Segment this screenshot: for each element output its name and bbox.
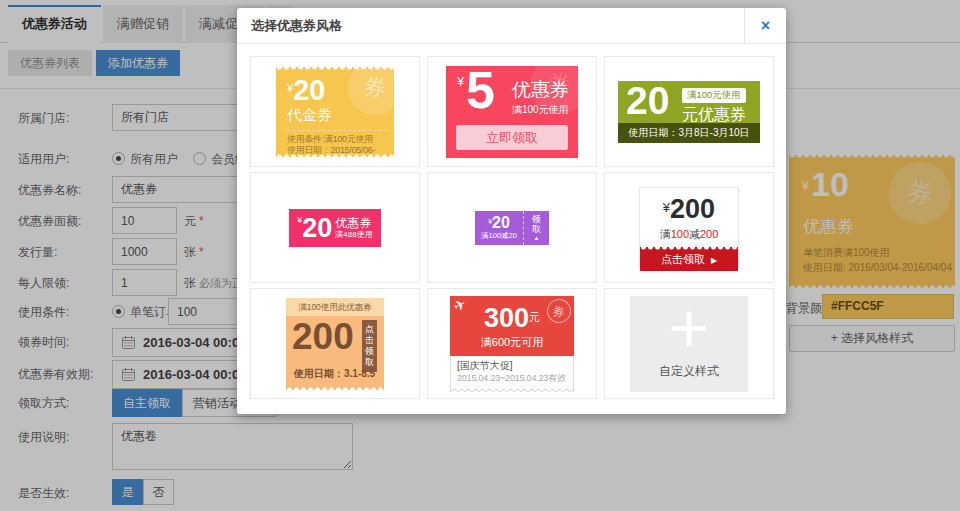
scallop-edge [640,247,738,251]
coupon-date: 使用日期：3月8日-3月10日 [618,123,760,143]
coupon-style-peach[interactable]: 满100使用此优惠券 200 点击领取 使用日期：3.1-8.5 [250,288,420,399]
triangle-right-icon: ▶ [711,256,717,265]
coupon-condition: 使用条件:满100元使用 [287,134,387,145]
coupon-amount: 20 [492,214,510,231]
coupon-date: 2015.04.23~2015.04.23有效 [457,372,567,384]
coupon-graphic: ✈ 券 300元 满600元可用 [国庆节大促] 2015.04.23~2015… [450,296,574,392]
coupon-condition: 满100元使用 [512,103,569,117]
custom-style-label: 自定义样式 [630,363,748,380]
coupon-date: 使用日期：3.1-8.5 [294,367,375,381]
coupon-tag: [国庆节大促] [457,359,567,372]
coupon-style-rose[interactable]: ¥ 20 优惠券 满488使用 [250,172,420,283]
coupon-graphic: + 自定义样式 [630,296,748,392]
coupon-amount: 20 [626,77,669,125]
coupon-title: 优惠券 [335,217,372,230]
coupon-unit: 元 [529,311,540,323]
currency-symbol: ¥ [457,74,464,89]
coupon-amount: 200 [292,314,354,360]
coupon-style-yellow[interactable]: 券 ¥20 代金券 使用条件:满100元使用 使用日期：2015/05/06-0… [250,56,420,167]
coupon-style-custom[interactable]: + 自定义样式 [604,288,774,399]
coupon-graphic: ¥20 满100减20 领取 ▲ [475,211,549,245]
currency-symbol: ¥ [663,200,670,215]
coupon-graphic: 满100使用此优惠券 200 点击领取 使用日期：3.1-8.5 [286,298,384,390]
coupon-condition-badge: 满100元使用 [682,88,746,103]
coupon-amount: 20 [293,74,325,106]
close-icon[interactable]: × [744,8,786,44]
coupon-style-olive[interactable]: 20 满100元使用 元优惠券 使用日期：3月8日-3月10日 [604,56,774,167]
click-claim-button[interactable]: 点击领取▶ [640,247,738,271]
modal-title: 选择优惠券风格 [251,8,342,44]
claim-button[interactable]: 领取 [531,214,542,234]
coupon-condition: 满600元可用 [450,335,574,350]
coupon-condition: 满100减20 [475,232,523,240]
coupon-amount: 200 [670,194,715,224]
coupon-condition: 满488使用 [335,230,372,239]
claim-button-label: 点击领取 [661,253,705,265]
coupon-graphic: ¥ 20 优惠券 满488使用 [289,209,381,247]
scallop-edge [276,153,394,157]
coupon-style-purple[interactable]: ¥20 满100减20 领取 ▲ [427,172,597,283]
coupon-graphic: 券 ¥ 5 优惠券 满100元使用 立即领取 [446,66,578,158]
coupon-amount: 300 [484,303,529,333]
triangle-up-icon: ▲ [534,235,540,241]
coupon-style-white-red[interactable]: ¥200 满100减200 点击领取▶ [604,172,774,283]
coupon-style-pink[interactable]: 券 ¥ 5 优惠券 满100元使用 立即领取 [427,56,597,167]
coupon-graphic: 20 满100元使用 元优惠券 使用日期：3月8日-3月10日 [618,81,760,143]
modal-header: 选择优惠券风格 × [237,8,786,44]
coupon-style-modal: 选择优惠券风格 × 券 ¥20 代金券 使用条件:满100元使用 使用日期：20… [237,8,786,414]
scallop-edge [451,388,573,392]
coupon-title: 优惠券 [512,77,569,103]
scallop-edge [286,386,384,390]
coupon-amount: 20 [302,209,332,247]
coupon-amount: 5 [466,66,495,120]
coupon-style-grid: 券 ¥20 代金券 使用条件:满100元使用 使用日期：2015/05/06-0… [250,56,774,399]
coupon-condition: 满100减200 [640,227,738,242]
claim-now-button[interactable]: 立即领取 [456,125,568,150]
click-claim-button[interactable]: 点击领取 [362,320,377,372]
coupon-graphic: ¥200 满100减200 点击领取▶ [639,187,739,269]
coupon-graphic: 券 ¥20 代金券 使用条件:满100元使用 使用日期：2015/05/06-0… [276,67,394,157]
coupon-style-red-ticket[interactable]: ✈ 券 300元 满600元可用 [国庆节大促] 2015.04.23~2015… [427,288,597,399]
plus-icon: + [630,296,748,360]
